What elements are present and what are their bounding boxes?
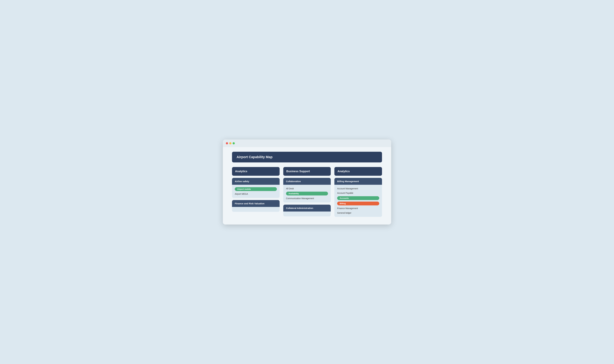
card-finance-risk: Finance and Risk Valuation [232,200,280,212]
tag-billing[interactable]: Billing [337,202,379,205]
item-airport-mega: Airport MEGA [235,193,277,195]
card-body-collaboration: All Desk Availability Communication Mana… [283,185,331,203]
close-button[interactable] [226,142,228,144]
col-title-business-support: Business Support [286,170,328,173]
card-title-collaboration: Collaboration [286,180,328,182]
col-title-analytics-1: Analytics [235,170,277,173]
card-collateral-admin: Collateral Administration [283,205,331,216]
column-analytics-2: Analytics Billing Management Account Man… [334,167,382,217]
col-header-analytics-1: Analytics [232,167,280,176]
tag-availability[interactable]: Availability [286,192,328,195]
tag-airport-mobile[interactable]: Airport mobile [235,187,277,191]
card-header-collaboration: Collaboration [283,178,331,185]
card-body-billing-management: Account Management Account Payable Accou… [334,185,382,217]
card-title-airline-safety: Airline safety [235,180,277,182]
map-title: Airport Capability Map [237,155,377,159]
col-header-business-support: Business Support [283,167,331,176]
col-title-analytics-2: Analytics [337,170,379,173]
card-body-collateral-admin [283,211,331,216]
column-business-support: Business Support Collaboration All Desk … [283,167,331,216]
main-content: Airport Capability Map Analytics Airline… [223,147,391,224]
card-title-billing-management: Billing Management [337,180,379,182]
capability-columns: Analytics Airline safety Airport mobile … [232,167,382,217]
card-body-airline-safety: Airport mobile Airport MEGA [232,185,280,198]
maximize-button[interactable] [233,142,235,144]
card-title-collateral-admin: Collateral Administration [286,207,328,209]
card-header-billing-management: Billing Management [334,178,382,185]
app-window: Airport Capability Map Analytics Airline… [223,140,391,224]
card-title-finance-risk: Finance and Risk Valuation [235,202,277,205]
item-communication-management: Communication Management [286,197,328,200]
column-analytics-1: Analytics Airline safety Airport mobile … [232,167,280,212]
item-finance-management: Finance Management [337,207,379,210]
titlebar [223,140,391,147]
minimize-button[interactable] [229,142,231,144]
card-collaboration: Collaboration All Desk Availability Comm… [283,178,331,203]
item-general-ledger: General ledger [337,211,379,215]
card-header-airline-safety: Airline safety [232,178,280,185]
item-account-payable: Account Payable [337,192,379,195]
tag-accounts[interactable]: Accounts [337,196,379,200]
item-all-desk: All Desk [286,187,328,190]
map-header: Airport Capability Map [232,152,382,162]
card-header-collateral-admin: Collateral Administration [283,205,331,211]
card-billing-management: Billing Management Account Management Ac… [334,178,382,217]
card-airline-safety: Airline safety Airport mobile Airport ME… [232,178,280,198]
col-header-analytics-2: Analytics [334,167,382,176]
card-header-finance-risk: Finance and Risk Valuation [232,200,280,207]
item-account-management: Account Management [337,187,379,190]
card-body-finance-risk [232,207,280,212]
